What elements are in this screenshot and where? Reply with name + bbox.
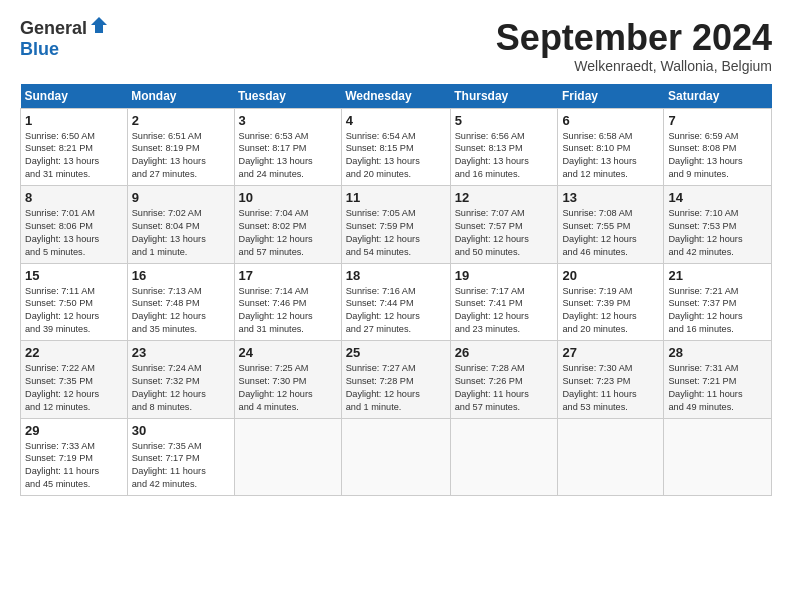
table-row: 19Sunrise: 7:17 AMSunset: 7:41 PMDayligh… xyxy=(450,263,558,341)
table-row: 30Sunrise: 7:35 AMSunset: 7:17 PMDayligh… xyxy=(127,418,234,496)
day-number: 30 xyxy=(132,423,230,438)
day-number: 19 xyxy=(455,268,554,283)
table-row: 6Sunrise: 6:58 AMSunset: 8:10 PMDaylight… xyxy=(558,108,664,186)
table-row: 23Sunrise: 7:24 AMSunset: 7:32 PMDayligh… xyxy=(127,341,234,419)
day-number: 11 xyxy=(346,190,446,205)
logo-icon xyxy=(89,15,109,35)
day-number: 26 xyxy=(455,345,554,360)
table-row: 5Sunrise: 6:56 AMSunset: 8:13 PMDaylight… xyxy=(450,108,558,186)
table-row: 16Sunrise: 7:13 AMSunset: 7:48 PMDayligh… xyxy=(127,263,234,341)
day-number: 6 xyxy=(562,113,659,128)
table-row xyxy=(341,418,450,496)
day-number: 8 xyxy=(25,190,123,205)
day-number: 5 xyxy=(455,113,554,128)
day-number: 3 xyxy=(239,113,337,128)
calendar-week-1: 1Sunrise: 6:50 AMSunset: 8:21 PMDaylight… xyxy=(21,108,772,186)
calendar-week-5: 29Sunrise: 7:33 AMSunset: 7:19 PMDayligh… xyxy=(21,418,772,496)
day-info: Sunrise: 7:05 AMSunset: 7:59 PMDaylight:… xyxy=(346,207,446,259)
table-row: 4Sunrise: 6:54 AMSunset: 8:15 PMDaylight… xyxy=(341,108,450,186)
table-row: 15Sunrise: 7:11 AMSunset: 7:50 PMDayligh… xyxy=(21,263,128,341)
day-info: Sunrise: 7:04 AMSunset: 8:02 PMDaylight:… xyxy=(239,207,337,259)
table-row xyxy=(450,418,558,496)
day-info: Sunrise: 7:25 AMSunset: 7:30 PMDaylight:… xyxy=(239,362,337,414)
day-info: Sunrise: 7:22 AMSunset: 7:35 PMDaylight:… xyxy=(25,362,123,414)
col-wednesday: Wednesday xyxy=(341,84,450,109)
table-row: 11Sunrise: 7:05 AMSunset: 7:59 PMDayligh… xyxy=(341,186,450,264)
col-monday: Monday xyxy=(127,84,234,109)
table-row: 2Sunrise: 6:51 AMSunset: 8:19 PMDaylight… xyxy=(127,108,234,186)
day-info: Sunrise: 6:53 AMSunset: 8:17 PMDaylight:… xyxy=(239,130,337,182)
day-number: 28 xyxy=(668,345,767,360)
day-info: Sunrise: 7:35 AMSunset: 7:17 PMDaylight:… xyxy=(132,440,230,492)
day-info: Sunrise: 7:14 AMSunset: 7:46 PMDaylight:… xyxy=(239,285,337,337)
table-row: 3Sunrise: 6:53 AMSunset: 8:17 PMDaylight… xyxy=(234,108,341,186)
day-number: 24 xyxy=(239,345,337,360)
table-row: 17Sunrise: 7:14 AMSunset: 7:46 PMDayligh… xyxy=(234,263,341,341)
day-info: Sunrise: 7:28 AMSunset: 7:26 PMDaylight:… xyxy=(455,362,554,414)
day-info: Sunrise: 7:30 AMSunset: 7:23 PMDaylight:… xyxy=(562,362,659,414)
table-row: 26Sunrise: 7:28 AMSunset: 7:26 PMDayligh… xyxy=(450,341,558,419)
day-info: Sunrise: 7:10 AMSunset: 7:53 PMDaylight:… xyxy=(668,207,767,259)
day-info: Sunrise: 7:13 AMSunset: 7:48 PMDaylight:… xyxy=(132,285,230,337)
day-number: 25 xyxy=(346,345,446,360)
day-number: 20 xyxy=(562,268,659,283)
table-row: 10Sunrise: 7:04 AMSunset: 8:02 PMDayligh… xyxy=(234,186,341,264)
col-friday: Friday xyxy=(558,84,664,109)
day-number: 13 xyxy=(562,190,659,205)
col-saturday: Saturday xyxy=(664,84,772,109)
day-info: Sunrise: 6:54 AMSunset: 8:15 PMDaylight:… xyxy=(346,130,446,182)
col-sunday: Sunday xyxy=(21,84,128,109)
table-row: 1Sunrise: 6:50 AMSunset: 8:21 PMDaylight… xyxy=(21,108,128,186)
table-row xyxy=(234,418,341,496)
day-info: Sunrise: 7:01 AMSunset: 8:06 PMDaylight:… xyxy=(25,207,123,259)
day-info: Sunrise: 7:19 AMSunset: 7:39 PMDaylight:… xyxy=(562,285,659,337)
day-number: 29 xyxy=(25,423,123,438)
svg-marker-0 xyxy=(91,17,107,33)
day-number: 15 xyxy=(25,268,123,283)
day-info: Sunrise: 7:33 AMSunset: 7:19 PMDaylight:… xyxy=(25,440,123,492)
day-number: 21 xyxy=(668,268,767,283)
day-info: Sunrise: 6:56 AMSunset: 8:13 PMDaylight:… xyxy=(455,130,554,182)
logo-blue-text: Blue xyxy=(20,39,59,60)
day-number: 4 xyxy=(346,113,446,128)
calendar-header-row: Sunday Monday Tuesday Wednesday Thursday… xyxy=(21,84,772,109)
day-number: 12 xyxy=(455,190,554,205)
day-number: 27 xyxy=(562,345,659,360)
day-info: Sunrise: 6:59 AMSunset: 8:08 PMDaylight:… xyxy=(668,130,767,182)
day-info: Sunrise: 7:16 AMSunset: 7:44 PMDaylight:… xyxy=(346,285,446,337)
day-info: Sunrise: 7:24 AMSunset: 7:32 PMDaylight:… xyxy=(132,362,230,414)
calendar-table: Sunday Monday Tuesday Wednesday Thursday… xyxy=(20,84,772,497)
day-info: Sunrise: 7:07 AMSunset: 7:57 PMDaylight:… xyxy=(455,207,554,259)
day-number: 1 xyxy=(25,113,123,128)
day-number: 9 xyxy=(132,190,230,205)
calendar-week-2: 8Sunrise: 7:01 AMSunset: 8:06 PMDaylight… xyxy=(21,186,772,264)
day-info: Sunrise: 7:08 AMSunset: 7:55 PMDaylight:… xyxy=(562,207,659,259)
table-row: 20Sunrise: 7:19 AMSunset: 7:39 PMDayligh… xyxy=(558,263,664,341)
table-row: 18Sunrise: 7:16 AMSunset: 7:44 PMDayligh… xyxy=(341,263,450,341)
table-row: 13Sunrise: 7:08 AMSunset: 7:55 PMDayligh… xyxy=(558,186,664,264)
table-row: 8Sunrise: 7:01 AMSunset: 8:06 PMDaylight… xyxy=(21,186,128,264)
day-number: 22 xyxy=(25,345,123,360)
month-title: September 2024 xyxy=(496,18,772,58)
page-header: General Blue September 2024 Welkenraedt,… xyxy=(20,18,772,74)
day-info: Sunrise: 7:11 AMSunset: 7:50 PMDaylight:… xyxy=(25,285,123,337)
day-info: Sunrise: 6:50 AMSunset: 8:21 PMDaylight:… xyxy=(25,130,123,182)
table-row: 12Sunrise: 7:07 AMSunset: 7:57 PMDayligh… xyxy=(450,186,558,264)
day-number: 10 xyxy=(239,190,337,205)
day-info: Sunrise: 7:21 AMSunset: 7:37 PMDaylight:… xyxy=(668,285,767,337)
day-number: 16 xyxy=(132,268,230,283)
day-info: Sunrise: 6:58 AMSunset: 8:10 PMDaylight:… xyxy=(562,130,659,182)
table-row: 14Sunrise: 7:10 AMSunset: 7:53 PMDayligh… xyxy=(664,186,772,264)
day-number: 14 xyxy=(668,190,767,205)
day-number: 7 xyxy=(668,113,767,128)
day-number: 2 xyxy=(132,113,230,128)
day-number: 23 xyxy=(132,345,230,360)
col-tuesday: Tuesday xyxy=(234,84,341,109)
day-info: Sunrise: 7:17 AMSunset: 7:41 PMDaylight:… xyxy=(455,285,554,337)
table-row xyxy=(558,418,664,496)
day-info: Sunrise: 7:31 AMSunset: 7:21 PMDaylight:… xyxy=(668,362,767,414)
col-thursday: Thursday xyxy=(450,84,558,109)
day-info: Sunrise: 6:51 AMSunset: 8:19 PMDaylight:… xyxy=(132,130,230,182)
day-number: 17 xyxy=(239,268,337,283)
location-text: Welkenraedt, Wallonia, Belgium xyxy=(496,58,772,74)
